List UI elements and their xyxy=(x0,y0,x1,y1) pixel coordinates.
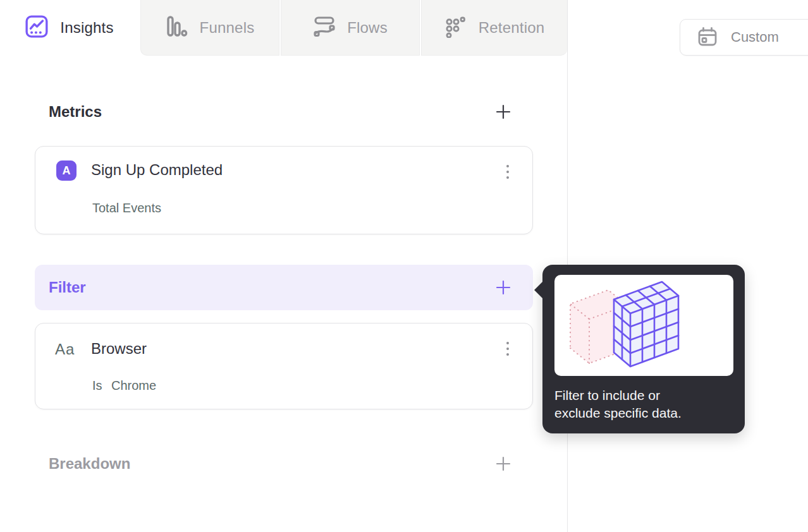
filter-title: Filter xyxy=(49,279,86,296)
funnels-icon xyxy=(166,15,188,40)
filter-property-name: Browser xyxy=(91,340,147,358)
retention-icon xyxy=(444,15,467,40)
metric-subtitle: Total Events xyxy=(92,201,161,215)
add-filter-button[interactable] xyxy=(494,279,512,296)
custom-date-label: Custom xyxy=(731,29,779,45)
filter-kebab-menu[interactable] xyxy=(505,337,511,360)
filter-illustration xyxy=(554,275,733,376)
breakdown-title: Breakdown xyxy=(49,455,130,473)
add-breakdown-button[interactable] xyxy=(494,455,512,473)
tab-flows-label: Flows xyxy=(347,19,388,37)
breakdown-section-header: Breakdown xyxy=(49,449,512,479)
filter-value: Chrome xyxy=(111,378,156,393)
filter-card-browser[interactable]: Aa Browser Is Chrome xyxy=(35,323,533,409)
filter-tooltip-text: Filter to include or exclude specific da… xyxy=(554,387,735,422)
metric-kebab-menu[interactable] xyxy=(505,160,511,183)
tab-funnels[interactable]: Funnels xyxy=(140,0,279,56)
metrics-title: Metrics xyxy=(49,103,102,121)
metric-card-sign-up-completed[interactable]: A Sign Up Completed Total Events xyxy=(35,146,533,234)
filter-operator: Is xyxy=(92,378,102,393)
custom-date-button[interactable]: Custom xyxy=(680,19,808,56)
insights-chart-icon xyxy=(25,15,49,41)
filter-section-header[interactable]: Filter xyxy=(35,265,533,310)
tab-flows[interactable]: Flows xyxy=(281,0,420,56)
tooltip-line-1: Filter to include or xyxy=(554,387,735,404)
filter-tooltip: Filter to include or exclude specific da… xyxy=(542,265,745,433)
tab-retention[interactable]: Retention xyxy=(421,0,567,56)
metric-title: Sign Up Completed xyxy=(91,161,223,179)
tab-funnels-label: Funnels xyxy=(200,19,255,37)
metric-badge: A xyxy=(56,160,77,181)
insights-report-builder: Insights Funnels Flows xyxy=(0,0,808,532)
tab-insights-label: Insights xyxy=(60,19,113,37)
flows-icon xyxy=(313,15,336,40)
tab-retention-label: Retention xyxy=(479,19,545,37)
calendar-icon xyxy=(697,26,718,49)
tooltip-line-2: exclude specific data. xyxy=(554,404,735,422)
string-property-icon: Aa xyxy=(55,341,75,358)
add-metric-button[interactable] xyxy=(494,103,512,121)
metrics-section-header: Metrics xyxy=(49,97,512,127)
tab-insights[interactable]: Insights xyxy=(0,0,138,56)
